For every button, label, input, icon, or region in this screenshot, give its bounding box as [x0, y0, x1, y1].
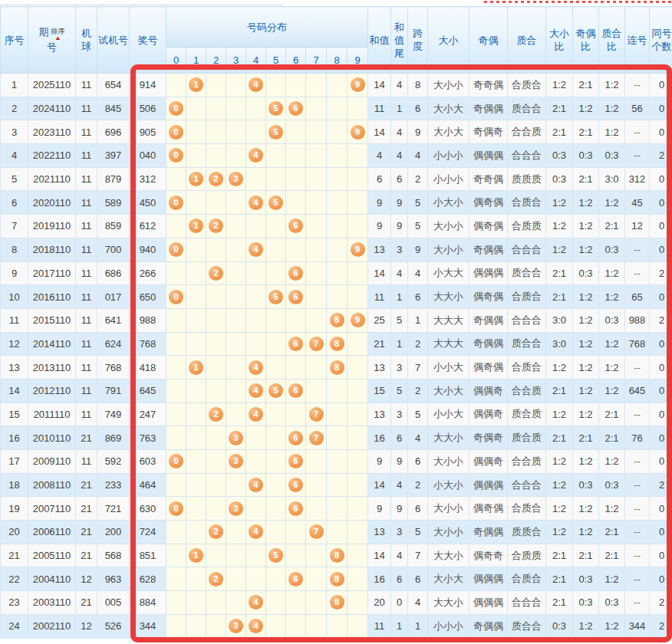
cell-prime-composite-ratio: 2:1 [599, 521, 625, 544]
cell-odd-even: 偶偶偶 [469, 144, 508, 168]
cell-digit-4 [246, 308, 266, 332]
cell-digit-5: 5 [266, 97, 286, 120]
cell-span: 6 [408, 450, 428, 474]
period-header-label2: 号 [47, 41, 57, 53]
cell-machine: 11 [76, 450, 97, 474]
cell-big-small: 小大大 [428, 261, 469, 285]
cell-digit-8 [327, 215, 348, 238]
column-header-prize-number: 奖号 [130, 7, 166, 74]
cell-prime-composite: 质合合 [508, 614, 546, 638]
cell-span: 7 [408, 544, 428, 567]
cell-odd-even: 偶偶偶 [469, 473, 508, 497]
cell-digit-4: 4 [246, 473, 266, 497]
cell-sum-tail: 3 [391, 402, 408, 426]
cell-digit-4: 4 [246, 356, 266, 380]
number-ball-icon: 5 [268, 548, 283, 563]
number-ball-icon: 1 [189, 219, 203, 233]
table-row: 82018110117009400491339大小小奇偶偶合合合1:21:20:… [1, 238, 672, 261]
cell-digit-2 [206, 497, 226, 521]
number-ball-icon: 0 [169, 242, 183, 257]
cell-prime-composite: 质质质 [508, 167, 546, 191]
cell-big-small: 大小小 [428, 215, 469, 238]
cell-sum: 21 [368, 332, 391, 356]
cell-span: 4 [408, 144, 428, 168]
cell-digit-5 [266, 614, 286, 638]
cell-prize-number: 851 [130, 544, 166, 567]
cell-consecutive: -- [625, 544, 650, 567]
cell-span: 9 [408, 120, 428, 144]
sort-button[interactable]: 排序 ▲ [51, 28, 65, 41]
cell-digit-2: 2 [206, 167, 226, 191]
cell-digit-9 [348, 591, 368, 615]
cell-digit-3: 3 [226, 614, 246, 638]
cell-digit-2 [206, 473, 226, 497]
cell-digit-2 [206, 614, 226, 638]
cell-digit-9: 9 [348, 308, 368, 332]
cell-prime-composite-ratio: 1:2 [599, 614, 625, 638]
top-border-fragment [0, 5, 283, 5]
cell-machine: 11 [76, 356, 97, 380]
number-ball-icon: 7 [309, 407, 324, 422]
cell-period: 2011110 [28, 402, 76, 426]
cell-digit-1 [186, 591, 206, 615]
cell-period: 2017110 [28, 261, 76, 285]
cell-machine: 11 [76, 167, 97, 191]
cell-digit-9 [348, 497, 368, 521]
cell-test-number: 845 [97, 97, 130, 120]
cell-prize-number: 612 [130, 215, 166, 238]
column-header-distribution: 号码分布 [166, 7, 368, 48]
cell-sum: 11 [368, 614, 391, 638]
cell-odd-even-ratio: 2:1 [573, 120, 599, 144]
cell-odd-even-ratio: 1:2 [573, 191, 599, 215]
cell-digit-2 [206, 332, 226, 356]
cell-odd-even: 奇偶偶 [469, 97, 508, 120]
digit-column-header: 3 [226, 48, 246, 74]
table-row: 12025110116549141491448大小小奇奇偶合质合1:22:11:… [1, 74, 672, 97]
cell-odd-even-ratio: 1:2 [573, 97, 599, 120]
cell-prize-number: 040 [130, 144, 166, 168]
cell-digit-6 [286, 238, 306, 261]
cell-digit-3 [226, 74, 246, 97]
cell-digit-6 [286, 74, 306, 97]
cell-serial: 11 [1, 308, 28, 332]
cell-consecutive: 56 [625, 97, 650, 120]
cell-digit-3 [226, 285, 246, 309]
table-row: 212005110215688511581447大大小偶奇奇合质质2:12:12… [1, 544, 672, 567]
cell-digit-8 [327, 74, 348, 97]
cell-prime-composite-ratio: 0:3 [599, 144, 625, 168]
table-row: 152011110117492472471335小小大偶偶奇质合质1:21:22… [1, 402, 672, 426]
number-ball-icon: 4 [249, 77, 263, 92]
number-ball-icon: 6 [288, 478, 303, 492]
cell-odd-even-ratio: 1:2 [573, 450, 599, 474]
cell-sum-tail: 5 [391, 308, 408, 332]
cell-consecutive: -- [625, 120, 650, 144]
number-ball-icon: 1 [189, 77, 203, 92]
number-ball-icon: 2 [209, 407, 223, 422]
number-ball-icon: 5 [268, 196, 283, 210]
cell-digit-4 [246, 97, 266, 120]
column-header-big-small-ratio: 大小比 [546, 7, 573, 74]
cell-digit-6: 6 [286, 261, 306, 285]
cell-span: 5 [408, 215, 428, 238]
cell-digit-9: 9 [348, 74, 368, 97]
cell-period: 2015110 [28, 308, 76, 332]
selection-dashes-icon [484, 1, 672, 3]
cell-same-count: 0 [650, 191, 672, 215]
cell-test-number: 768 [97, 356, 130, 380]
cell-serial: 2 [1, 97, 28, 120]
cell-odd-even-ratio: 1:2 [573, 379, 599, 402]
cell-digit-0 [166, 379, 186, 402]
cell-digit-8 [327, 473, 348, 497]
cell-digit-8 [327, 97, 348, 120]
number-ball-icon: 0 [169, 148, 183, 163]
number-ball-icon: 6 [288, 290, 303, 304]
number-ball-icon: 9 [351, 242, 365, 257]
cell-digit-4: 4 [246, 74, 266, 97]
number-ball-icon: 4 [249, 242, 263, 257]
cell-sum-tail: 4 [391, 120, 408, 144]
cell-digit-2 [206, 544, 226, 567]
cell-big-small-ratio: 2:1 [546, 591, 573, 615]
table-row: 420221101139704004444小小小偶偶偶合合合0:30:30:3-… [1, 144, 672, 168]
cell-digit-8: 8 [327, 308, 348, 332]
cell-consecutive: -- [625, 450, 650, 474]
